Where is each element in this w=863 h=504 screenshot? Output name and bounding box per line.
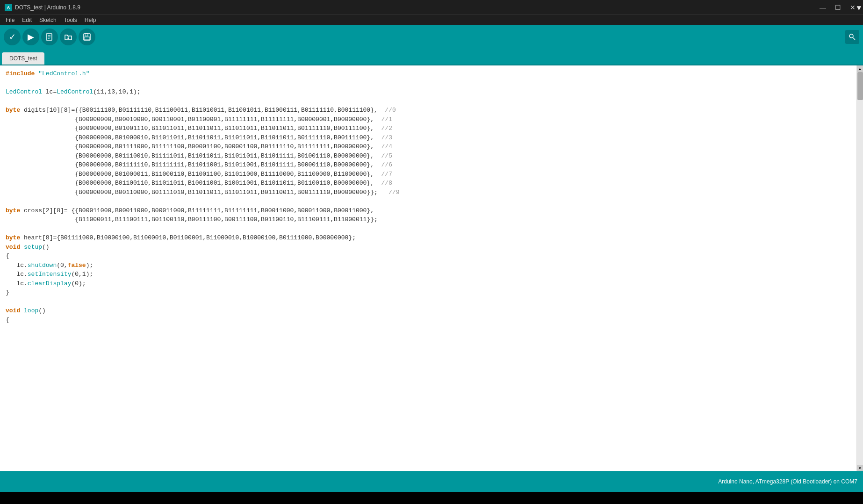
- menu-edit[interactable]: Edit: [18, 16, 36, 24]
- toolbar: ✓ ▶: [0, 25, 863, 49]
- window-controls: — ☐ ✕: [816, 0, 859, 14]
- window-title: DOTS_test | Arduino 1.8.9: [15, 4, 80, 11]
- svg-rect-6: [84, 37, 90, 40]
- tab-arrow[interactable]: ▼: [856, 0, 861, 17]
- scrollbar-down-arrow[interactable]: ▼: [857, 465, 863, 471]
- maximize-button[interactable]: ☐: [831, 1, 844, 14]
- svg-point-7: [849, 34, 853, 38]
- menu-bar: File Edit Sketch Tools Help: [0, 15, 863, 25]
- open-button[interactable]: [60, 29, 77, 45]
- svg-line-8: [853, 38, 856, 40]
- status-bar: Arduino Nano, ATmega328P (Old Bootloader…: [0, 471, 863, 492]
- serial-bar: [0, 492, 863, 504]
- editor-scrollarea[interactable]: #include "LedControl.h" LedControl lc=Le…: [0, 65, 856, 471]
- editor-scrollbar[interactable]: ▲ ▼: [856, 65, 863, 471]
- title-bar: A DOTS_test | Arduino 1.8.9 — ☐ ✕: [0, 0, 863, 15]
- minimize-button[interactable]: —: [816, 1, 829, 14]
- scrollbar-up-arrow[interactable]: ▲: [857, 65, 863, 72]
- menu-tools[interactable]: Tools: [60, 16, 81, 24]
- editor-container: #include "LedControl.h" LedControl lc=Le…: [0, 65, 863, 471]
- new-button[interactable]: [41, 29, 58, 45]
- menu-file[interactable]: File: [2, 16, 18, 24]
- save-button[interactable]: [79, 29, 95, 45]
- tab-label: DOTS_test: [9, 55, 37, 62]
- search-button[interactable]: [845, 30, 859, 44]
- code-area[interactable]: #include "LedControl.h" LedControl lc=Le…: [0, 65, 856, 471]
- verify-button[interactable]: ✓: [4, 29, 21, 45]
- menu-sketch[interactable]: Sketch: [36, 16, 60, 24]
- app-icon: A: [5, 4, 12, 11]
- tab-dots-test[interactable]: DOTS_test: [2, 52, 44, 65]
- status-text: Arduino Nano, ATmega328P (Old Bootloader…: [718, 478, 857, 485]
- tab-bar: DOTS_test ▼: [0, 49, 863, 65]
- scrollbar-thumb[interactable]: [857, 72, 863, 100]
- upload-button[interactable]: ▶: [22, 29, 39, 45]
- scrollbar-track[interactable]: [857, 72, 863, 465]
- menu-help[interactable]: Help: [81, 16, 100, 24]
